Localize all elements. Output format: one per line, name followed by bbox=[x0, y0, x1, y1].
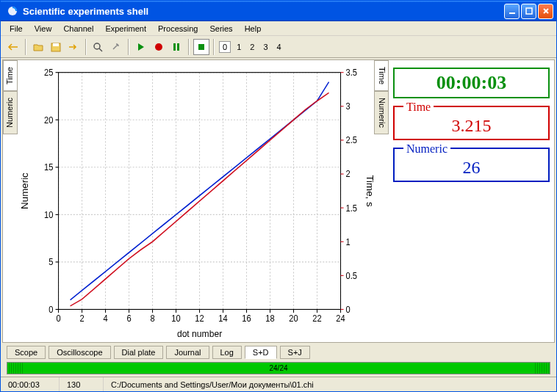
maximize-button[interactable] bbox=[521, 4, 536, 19]
right-tab-time[interactable]: Time bbox=[374, 60, 389, 91]
svg-text:0: 0 bbox=[56, 313, 61, 324]
svg-rect-8 bbox=[177, 43, 179, 51]
tab-log[interactable]: Log bbox=[212, 346, 242, 359]
svg-text:20: 20 bbox=[289, 313, 298, 324]
play-button[interactable] bbox=[133, 39, 149, 55]
menu-series[interactable]: Series bbox=[204, 23, 238, 35]
stop-button[interactable] bbox=[193, 39, 209, 55]
svg-text:15: 15 bbox=[44, 162, 54, 173]
separator bbox=[85, 39, 87, 55]
num-button-3[interactable]: 3 bbox=[260, 41, 270, 53]
num-button-0[interactable]: 0 bbox=[219, 41, 231, 53]
window-buttons bbox=[504, 4, 553, 19]
svg-rect-7 bbox=[173, 43, 176, 51]
menu-file[interactable]: File bbox=[4, 23, 29, 35]
svg-point-5 bbox=[94, 43, 100, 49]
tab-journal[interactable]: Journal bbox=[166, 346, 209, 359]
separator bbox=[128, 39, 129, 55]
svg-text:2: 2 bbox=[346, 169, 351, 179]
main-area: Time Numeric 024681012141618202224051015… bbox=[2, 59, 555, 343]
window-title: Scientific experiments shell bbox=[21, 6, 504, 17]
svg-rect-9 bbox=[198, 44, 204, 50]
back-button[interactable] bbox=[5, 39, 21, 55]
svg-text:10: 10 bbox=[44, 209, 54, 219]
tab-sj[interactable]: S+J bbox=[280, 346, 310, 359]
left-tab-numeric[interactable]: Numeric bbox=[3, 91, 18, 134]
svg-text:2: 2 bbox=[79, 313, 84, 324]
separator bbox=[25, 39, 26, 55]
tab-sd[interactable]: S+D bbox=[245, 346, 277, 359]
right-tab-numeric[interactable]: Numeric bbox=[374, 91, 389, 134]
svg-text:3.5: 3.5 bbox=[346, 68, 358, 78]
svg-text:1.5: 1.5 bbox=[346, 203, 358, 213]
svg-text:0.5: 0.5 bbox=[346, 270, 358, 280]
num-button-1[interactable]: 1 bbox=[234, 41, 244, 53]
save-button[interactable] bbox=[48, 39, 64, 55]
menu-help[interactable]: Help bbox=[239, 23, 267, 35]
numeric-value: 26 bbox=[400, 158, 542, 178]
svg-text:1: 1 bbox=[346, 236, 351, 247]
left-tab-time[interactable]: Time bbox=[3, 60, 18, 91]
numeric-label: Numeric bbox=[403, 142, 450, 156]
tab-dial-plate[interactable]: Dial plate bbox=[114, 346, 164, 359]
svg-text:22: 22 bbox=[312, 313, 321, 324]
svg-text:14: 14 bbox=[218, 313, 228, 324]
num-button-2[interactable]: 2 bbox=[247, 41, 257, 53]
display-panel: 00:00:03 Time 3.215 Numeric 26 bbox=[389, 60, 554, 342]
menubar: File View Channel Experiment Processing … bbox=[1, 21, 556, 36]
pause-button[interactable] bbox=[168, 39, 184, 55]
svg-text:24: 24 bbox=[336, 313, 345, 324]
titlebar: Scientific experiments shell bbox=[1, 1, 556, 21]
record-button[interactable] bbox=[151, 39, 167, 55]
app-icon bbox=[7, 5, 18, 17]
status-path: C:/Documents and Settings/User/Мои докум… bbox=[104, 377, 556, 391]
progress-zone: 24/24 bbox=[1, 360, 556, 377]
svg-rect-2 bbox=[526, 8, 532, 14]
menu-processing[interactable]: Processing bbox=[152, 23, 204, 35]
time-display: Time 3.215 bbox=[393, 106, 550, 140]
svg-text:25: 25 bbox=[44, 68, 54, 78]
time-value: 3.215 bbox=[400, 116, 542, 136]
close-button[interactable] bbox=[538, 4, 553, 19]
line-chart: 024681012141618202224051015202500.511.52… bbox=[18, 60, 374, 342]
status-time: 00:00:03 bbox=[1, 377, 60, 391]
menu-channel[interactable]: Channel bbox=[57, 23, 99, 35]
svg-text:4: 4 bbox=[103, 313, 108, 324]
svg-rect-1 bbox=[509, 12, 515, 14]
svg-rect-4 bbox=[53, 43, 59, 46]
svg-text:2.5: 2.5 bbox=[346, 135, 358, 145]
minimize-button[interactable] bbox=[504, 4, 520, 19]
chart-area: 024681012141618202224051015202500.511.52… bbox=[18, 60, 374, 342]
num-button-4[interactable]: 4 bbox=[274, 41, 284, 53]
svg-text:16: 16 bbox=[242, 313, 251, 324]
tool-button[interactable] bbox=[108, 39, 124, 55]
time-label: Time bbox=[403, 101, 434, 114]
svg-text:20: 20 bbox=[44, 115, 54, 125]
svg-text:Time, s: Time, s bbox=[364, 175, 374, 206]
numeric-display: Numeric 26 bbox=[393, 148, 550, 182]
svg-text:Numeric: Numeric bbox=[20, 173, 30, 209]
separator bbox=[213, 39, 215, 55]
svg-text:18: 18 bbox=[265, 313, 274, 324]
menu-experiment[interactable]: Experiment bbox=[99, 23, 152, 35]
bottom-tabs: Scope Oscilloscope Dial plate Journal Lo… bbox=[1, 344, 556, 360]
tab-scope[interactable]: Scope bbox=[7, 346, 46, 359]
svg-text:0: 0 bbox=[346, 304, 351, 314]
open-button[interactable] bbox=[30, 39, 46, 55]
export-button[interactable] bbox=[65, 39, 82, 55]
progress-text: 24/24 bbox=[269, 364, 287, 372]
zoom-button[interactable] bbox=[90, 39, 107, 55]
svg-text:10: 10 bbox=[171, 313, 181, 324]
toolbar: 0 1 2 3 4 bbox=[1, 36, 556, 58]
status-count: 130 bbox=[60, 377, 104, 391]
svg-text:3: 3 bbox=[346, 101, 351, 112]
right-vertical-tabs: Time Numeric bbox=[374, 60, 389, 342]
clock-display: 00:00:03 bbox=[393, 68, 550, 98]
menu-view[interactable]: View bbox=[29, 23, 58, 35]
svg-text:12: 12 bbox=[195, 313, 204, 324]
statusbar: 00:00:03 130 C:/Documents and Settings/U… bbox=[1, 377, 556, 391]
app-window: Scientific experiments shell File View C… bbox=[0, 0, 557, 392]
tab-oscilloscope[interactable]: Oscilloscope bbox=[48, 346, 110, 359]
clock-value: 00:00:03 bbox=[400, 72, 542, 94]
svg-text:8: 8 bbox=[150, 313, 154, 324]
